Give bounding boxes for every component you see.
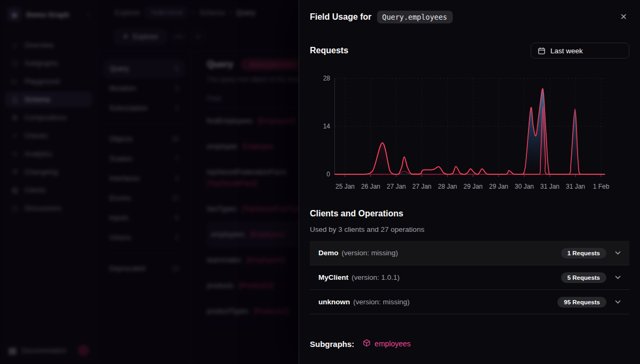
chart-y-axis: 01428 [310,72,334,192]
sidebar-item-checks[interactable]: ✓Checks [5,128,92,143]
type-nav-inputs[interactable]: Inputs6 [104,209,184,227]
field-type-link[interactable]: Employee [242,142,273,150]
type-nav-objects[interactable]: Objects28 [104,130,184,148]
field-name: factTypes [207,205,237,213]
field-type-link[interactable]: [Employee] [250,230,285,238]
sidebar-item-label: Checks [25,132,47,140]
client-rows: Demo(version: missing)1 RequestsMyClient… [310,241,629,314]
field-type-link[interactable]: [Products!]! [254,307,289,315]
y-tick-label: 28 [323,75,330,82]
sidebar-item-overview[interactable]: ⌂Overview [5,37,92,53]
sidebar-item-clients[interactable]: ▤Clients [5,182,92,198]
sidebar-item-label: Discussions [25,204,61,212]
sidebar-item-changelog[interactable]: ↺Changelog [5,164,92,180]
help-bubble-icon[interactable] [78,345,89,355]
type-title: Query [207,59,233,70]
client-row-demo[interactable]: Demo(version: missing)1 Requests [310,241,629,265]
type-nav-query[interactable]: Query8 [104,60,184,77]
type-nav-scalars[interactable]: Scalars7 [104,150,184,167]
drawer-title: Field Usage for Query.employees [310,11,453,23]
discussions-icon: ◻ [11,204,19,212]
sidebar-item-schema[interactable]: {}Schema [5,92,92,107]
type-nav-subscription[interactable]: Subscription2 [104,99,184,117]
type-nav-label: Deprecated [109,264,145,272]
field-name: employees [211,230,245,238]
divider [105,253,183,253]
subgraphs-icon: ⬡ [11,59,19,67]
x-tick-label: 31 Jan [540,183,559,190]
field-usage-drawer: Field Usage for Query.employees ✕ Reques… [299,0,640,364]
field-coordinate-chip: Query.employees [377,11,453,23]
chart-canvas [334,72,605,179]
clients-icon: ▤ [11,186,19,194]
documentation-link[interactable]: Documentation [21,347,74,354]
x-tick-label: 29 Jan [463,183,483,190]
field-type-link[interactable]: [Employee!]! [246,256,285,264]
field-type-link[interactable]: [TopSecretFactType!] [242,205,308,213]
breadcrumb-explorer[interactable]: Explorer [115,9,140,17]
type-nav-count: 8 [174,65,178,72]
sidebar-item-analytics[interactable]: ∿Analytics [5,146,92,161]
type-nav-interfaces[interactable]: Interfaces3 [104,169,184,187]
code-icon[interactable]: </> [172,30,186,44]
explorer-button[interactable]: ✦ Explorer [115,29,166,44]
type-nav-unions[interactable]: Unions2 [104,229,184,246]
client-version: (version: missing) [353,298,410,306]
breadcrumb-schema[interactable]: Schema [199,9,225,17]
subgraph-link-employees[interactable]: employees [363,339,411,349]
x-tick-label: 25 Jan [335,183,355,190]
list-icon[interactable]: ≡ [191,30,205,44]
requests-chart: 01428 25 Jan26 Jan27 Jan27 Jan28 Jan29 J… [310,72,629,192]
chevron-down-icon[interactable] [615,300,621,304]
field-type-link[interactable]: [Employee!]! [258,117,296,125]
sidebar-item-label: Compositions [25,114,67,122]
x-tick-label: 27 Jan [387,183,406,190]
type-badge: deprecated fields [241,59,306,70]
field-name: findEmployees [207,117,252,125]
x-tick-label: 26 Jan [361,183,380,190]
graph-switcher[interactable]: ◆ Demo Graph › [5,7,92,21]
client-row-myclient[interactable]: MyClient(version: 1.0.1)5 Requests [310,265,629,290]
type-nav-count: 28 [172,135,179,143]
sidebar-item-playground[interactable]: ▷Playground [5,74,92,89]
client-row-unknown[interactable]: unknown(version: missing)95 Requests [310,290,629,314]
date-range-select[interactable]: Last week [531,43,629,59]
type-nav-deprecated[interactable]: Deprecated13 [104,260,184,277]
sidebar-item-label: Subgraphs [25,59,58,67]
field-name: teammates [207,256,241,264]
schema-type-nav: Query8Mutation3Subscription2Objects28Sca… [98,51,191,364]
field-name: products [207,281,234,289]
type-nav-label: Query [110,64,129,72]
requests-count-badge: 1 Requests [561,248,606,258]
analytics-icon: ∿ [11,150,19,158]
sidebar-item-compositions[interactable]: ⧉Compositions [5,110,92,125]
type-nav-mutation[interactable]: Mutation3 [104,79,184,97]
y-tick-label: 0 [326,171,330,178]
type-nav-label: Mutation [109,84,136,92]
sidebar-item-label: Changelog [25,168,58,176]
graph-name: Demo Graph [26,11,83,19]
field-type-link[interactable]: [Products!]! [239,281,274,289]
sidebar-item-subgraphs[interactable]: ⬡Subgraphs [5,55,92,71]
x-tick-label: 1 Feb [593,183,610,190]
cube-icon [363,339,371,349]
x-tick-label: 29 Jan [489,183,508,190]
clients-subtext: Used by 3 clients and 27 operations [310,225,629,233]
field-name: topSecretFederationFacts [207,168,287,176]
schema-icon: {} [11,95,19,103]
type-nav-count: 7 [175,155,179,163]
chart-plot-area: 25 Jan26 Jan27 Jan27 Jan28 Jan29 Jan29 J… [334,72,605,192]
chevron-down-icon[interactable] [615,276,621,279]
x-tick-label: 27 Jan [412,183,431,190]
breadcrumb-query[interactable]: Query [236,9,255,17]
close-icon[interactable]: ✕ [618,11,629,23]
type-nav-label: Objects [109,135,133,143]
sidebar-item-discussions[interactable]: ◻Discussions [5,200,92,216]
type-nav-enums[interactable]: Enums10 [104,189,184,207]
changelog-icon: ↺ [11,168,19,176]
sidebar: ◆ Demo Graph › ⌂Overview⬡Subgraphs▷Playg… [0,0,98,364]
client-version: (version: 1.0.1) [351,273,399,281]
chevron-down-icon[interactable] [615,251,621,255]
field-type-link[interactable]: [TopSecretFact]! [207,179,258,187]
breadcrumb-federated[interactable]: federated [145,7,188,18]
